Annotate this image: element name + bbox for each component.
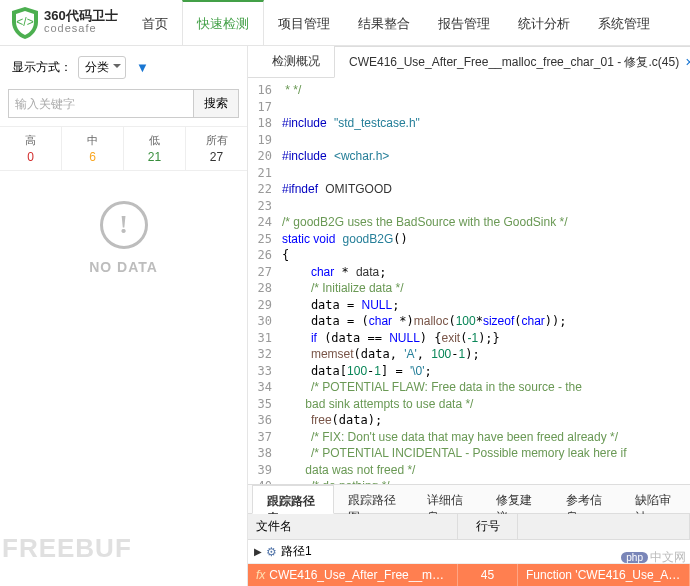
logo: </> 360代码卫士 codesafe <box>0 6 128 40</box>
col-file-header: 文件名 <box>248 514 458 539</box>
path-icon: ⚙ <box>266 545 277 559</box>
main-nav: 首页快速检测项目管理结果整合报告管理统计分析系统管理 <box>128 0 664 45</box>
severity-summary: 高0中6低21所有27 <box>0 126 247 171</box>
function-icon: fx <box>256 568 265 582</box>
cell-desc: Function 'CWE416_Use_After_Free__mall <box>518 564 690 586</box>
left-panel: 显示方式： 分类 ▼ 搜索 高0中6低21所有27 ! NO DATA <box>0 46 248 586</box>
main-area: 显示方式： 分类 ▼ 搜索 高0中6低21所有27 ! NO DATA 检测概况… <box>0 46 690 586</box>
no-data-text: NO DATA <box>89 259 158 275</box>
nav-item[interactable]: 首页 <box>128 0 182 45</box>
svg-text:</>: </> <box>16 15 33 29</box>
code-editor[interactable]: 16 17 18 19 20 21 22 23 24 25 26 27 28 2… <box>248 78 690 484</box>
severity-cell[interactable]: 高0 <box>0 127 62 170</box>
col-desc-header <box>518 514 690 539</box>
bottom-tabs: 跟踪路径表跟踪路径图详细信息修复建议参考信息缺陷审计 <box>248 484 690 514</box>
nav-item[interactable]: 系统管理 <box>584 0 664 45</box>
shield-icon: </> <box>10 6 40 40</box>
chevron-down-icon: ▶ <box>254 546 262 557</box>
display-mode-row: 显示方式： 分类 ▼ <box>0 46 247 89</box>
bottom-tab[interactable]: 修复建议 <box>482 485 551 513</box>
search-input[interactable] <box>8 89 194 118</box>
display-mode-label: 显示方式： <box>12 59 72 76</box>
search-row: 搜索 <box>0 89 247 126</box>
exclamation-icon: ! <box>100 201 148 249</box>
cell-file: fxCWE416_Use_After_Free__malloc_fre... <box>248 564 458 586</box>
table-header-row: 文件名 行号 <box>248 514 690 540</box>
bottom-tab[interactable]: 详细信息 <box>413 485 482 513</box>
logo-title-en: codesafe <box>44 22 118 35</box>
nav-item[interactable]: 快速检测 <box>182 0 264 45</box>
bottom-tab[interactable]: 跟踪路径表 <box>252 485 334 514</box>
path-group-row[interactable]: ▶ ⚙ 路径1 <box>248 540 690 564</box>
path-label: 路径1 <box>281 543 312 560</box>
tab-file[interactable]: CWE416_Use_After_Free__malloc_free_char_… <box>334 46 690 78</box>
bottom-tab[interactable]: 缺陷审计 <box>621 485 690 513</box>
no-data-placeholder: ! NO DATA <box>0 171 247 305</box>
nav-item[interactable]: 报告管理 <box>424 0 504 45</box>
code-lines: * */ #include "std_testcase.h" #include … <box>282 82 690 484</box>
nav-item[interactable]: 统计分析 <box>504 0 584 45</box>
bottom-tab[interactable]: 参考信息 <box>552 485 621 513</box>
line-gutter: 16 17 18 19 20 21 22 23 24 25 26 27 28 2… <box>248 82 282 484</box>
nav-item[interactable]: 结果整合 <box>344 0 424 45</box>
col-line-header: 行号 <box>458 514 518 539</box>
bottom-tab[interactable]: 跟踪路径图 <box>334 485 414 513</box>
logo-title-cn: 360代码卫士 <box>44 9 118 22</box>
tab-overview[interactable]: 检测概况 <box>258 46 334 77</box>
trace-table: 文件名 行号 ▶ ⚙ 路径1 fxCWE416_Use_After_Free__… <box>248 514 690 586</box>
right-panel: 检测概况 CWE416_Use_After_Free__malloc_free_… <box>248 46 690 586</box>
table-row[interactable]: fxCWE416_Use_After_Free__malloc_fre... 4… <box>248 564 690 586</box>
search-button[interactable]: 搜索 <box>194 89 239 118</box>
tab-file-label: CWE416_Use_After_Free__malloc_free_char_… <box>349 54 679 71</box>
code-tabs: 检测概况 CWE416_Use_After_Free__malloc_free_… <box>248 46 690 78</box>
severity-cell[interactable]: 中6 <box>62 127 124 170</box>
app-header: </> 360代码卫士 codesafe 首页快速检测项目管理结果整合报告管理统… <box>0 0 690 46</box>
filter-icon[interactable]: ▼ <box>136 60 149 75</box>
cell-line: 45 <box>458 564 518 586</box>
severity-cell[interactable]: 所有27 <box>186 127 247 170</box>
severity-cell[interactable]: 低21 <box>124 127 186 170</box>
display-mode-select[interactable]: 分类 <box>78 56 126 79</box>
close-icon[interactable]: ✕ <box>685 56 690 69</box>
nav-item[interactable]: 项目管理 <box>264 0 344 45</box>
